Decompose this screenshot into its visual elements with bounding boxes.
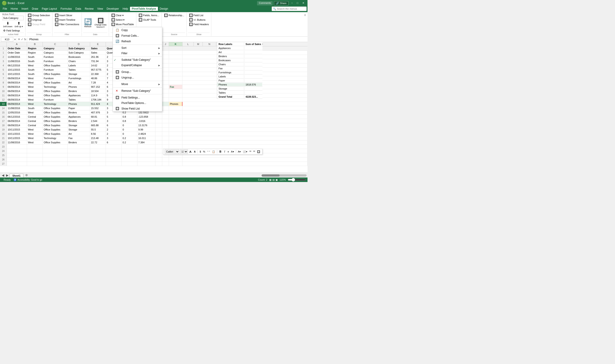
- col-header-L[interactable]: L: [182, 42, 194, 46]
- cell[interactable]: 11/08/2016: [7, 59, 27, 63]
- row-number[interactable]: 8: [0, 80, 7, 85]
- cell[interactable]: Region: [27, 51, 43, 55]
- minimize-btn[interactable]: −: [290, 1, 294, 5]
- cell[interactable]: 18.504: [90, 89, 106, 93]
- cell[interactable]: [122, 149, 138, 153]
- cell[interactable]: Binders: [68, 89, 90, 93]
- cell[interactable]: [162, 93, 169, 97]
- cell[interactable]: Binders: [68, 140, 90, 144]
- scroll-sheet-left[interactable]: ◀: [1, 173, 5, 178]
- cell[interactable]: [43, 145, 68, 149]
- page-break-view-btn[interactable]: ▣: [276, 178, 278, 181]
- cell[interactable]: 06/09/2014: [7, 98, 27, 102]
- cell[interactable]: Storage: [68, 72, 90, 76]
- cell[interactable]: Technology: [43, 136, 68, 140]
- search-input[interactable]: [272, 7, 307, 11]
- cell[interactable]: 22.72: [90, 140, 106, 144]
- confirm-formula-btn[interactable]: ✓: [21, 38, 23, 41]
- cell[interactable]: [162, 98, 169, 102]
- cell[interactable]: [155, 136, 162, 140]
- group-menu-item[interactable]: 🔲 Group...: [113, 69, 162, 75]
- cell[interactable]: Office Supplies: [43, 140, 68, 144]
- move-menu-item[interactable]: Move ▶: [113, 81, 162, 87]
- olap-tools-btn[interactable]: 🔲 OLAP Tools: [138, 18, 160, 22]
- cell[interactable]: 0: [122, 123, 138, 127]
- cell[interactable]: Furnishings: [68, 76, 90, 80]
- cell[interactable]: [169, 55, 182, 59]
- num-dec-btn[interactable]: ⁰⁰: [249, 150, 252, 154]
- cell[interactable]: Furniture: [43, 68, 68, 72]
- col-header-C[interactable]: C: [43, 42, 68, 46]
- row-number[interactable]: 5: [0, 68, 7, 72]
- menu-draw[interactable]: Draw: [30, 7, 40, 11]
- cell[interactable]: Furniture: [43, 55, 68, 59]
- cell[interactable]: [27, 153, 43, 157]
- menu-insert[interactable]: Insert: [20, 7, 30, 11]
- cell[interactable]: 68.81: [90, 115, 106, 119]
- pivot-row[interactable]: Furnishings: [217, 70, 263, 75]
- cell[interactable]: Office Supplies: [43, 106, 68, 110]
- cell[interactable]: 407.976: [90, 110, 106, 115]
- cancel-formula-btn[interactable]: ✕: [18, 38, 20, 41]
- fields-items-btn[interactable]: 🔲 Fields, Items...: [138, 13, 160, 18]
- font-size-select[interactable]: 11: [180, 149, 188, 154]
- insert-slicer-btn[interactable]: 🔲 Insert Slicer: [54, 13, 80, 18]
- cell[interactable]: [155, 115, 162, 119]
- clear-btn[interactable]: 🔲 Clear ▾: [110, 13, 135, 18]
- num-inc-btn[interactable]: ⁰⁰: [252, 150, 256, 154]
- accessibility-label[interactable]: Accessibility: Good to go: [18, 179, 42, 181]
- cell[interactable]: West: [27, 76, 43, 80]
- cell[interactable]: [43, 153, 68, 157]
- cell[interactable]: 907.152: [90, 85, 106, 89]
- cell[interactable]: [122, 145, 138, 149]
- cell[interactable]: [169, 123, 182, 127]
- cell[interactable]: [162, 132, 169, 136]
- cell[interactable]: Furniture: [43, 98, 68, 102]
- cell[interactable]: 0.2: [122, 140, 138, 144]
- row-number[interactable]: 13: [0, 102, 7, 106]
- cell[interactable]: 0.2: [122, 136, 138, 140]
- num-format-btn[interactable]: 📋: [211, 150, 216, 154]
- cell[interactable]: [138, 157, 155, 162]
- menu-formulas[interactable]: Formulas: [59, 7, 74, 11]
- pivot-row[interactable]: Paper: [217, 78, 263, 83]
- cell[interactable]: 06/12/2016: [7, 115, 27, 119]
- cell[interactable]: Technology: [43, 102, 68, 106]
- cell[interactable]: 3: [106, 136, 122, 140]
- drill-up-btn[interactable]: ⬆ Drill Up ▾: [14, 21, 24, 28]
- cell[interactable]: [169, 89, 182, 93]
- menu-design[interactable]: Design: [158, 7, 170, 11]
- col-header-E[interactable]: E: [90, 42, 106, 46]
- cell[interactable]: [122, 162, 138, 166]
- sort-menu-item[interactable]: Sort ▶: [113, 45, 162, 51]
- change-data-source-btn[interactable]: 🔲 Change DataSource ▾: [94, 17, 108, 29]
- cell[interactable]: Office Supplies: [43, 64, 68, 67]
- bold-btn[interactable]: B: [218, 150, 223, 154]
- pivot-row[interactable]: Bookcases: [217, 58, 263, 62]
- row-number[interactable]: 27: [0, 162, 7, 166]
- cell[interactable]: West: [27, 110, 43, 115]
- cell[interactable]: [162, 162, 169, 166]
- row-number[interactable]: 21: [0, 136, 7, 140]
- cell[interactable]: [68, 153, 90, 157]
- clear-format-btn[interactable]: 🔲: [256, 150, 261, 154]
- col-header-N[interactable]: N: [203, 42, 216, 46]
- pivot-row[interactable]: Binders: [217, 54, 263, 58]
- format-cells-menu-item[interactable]: 🔲 Format Cells...: [113, 33, 162, 39]
- cell[interactable]: [162, 123, 169, 127]
- cell[interactable]: [162, 89, 169, 93]
- filter-menu-item[interactable]: Filter ▶: [113, 51, 162, 56]
- cell[interactable]: Office Supplies: [43, 119, 68, 123]
- font-color-btn[interactable]: A▾: [230, 150, 235, 154]
- pivot-row[interactable]: Tables: [217, 91, 263, 95]
- plus-minus-btns[interactable]: 🔲 +/- Buttons: [188, 18, 210, 22]
- pivot-row[interactable]: Chairs: [217, 62, 263, 66]
- cell[interactable]: Binders: [68, 119, 90, 123]
- currency-btn[interactable]: $: [199, 150, 202, 153]
- share-btn[interactable]: 🔗 Share: [274, 1, 288, 5]
- cell[interactable]: [162, 80, 169, 85]
- col-header-D[interactable]: D: [68, 42, 90, 46]
- cell[interactable]: Tables: [68, 68, 90, 72]
- row-number[interactable]: 1: [0, 51, 7, 55]
- cell[interactable]: 1706.184: [90, 98, 106, 102]
